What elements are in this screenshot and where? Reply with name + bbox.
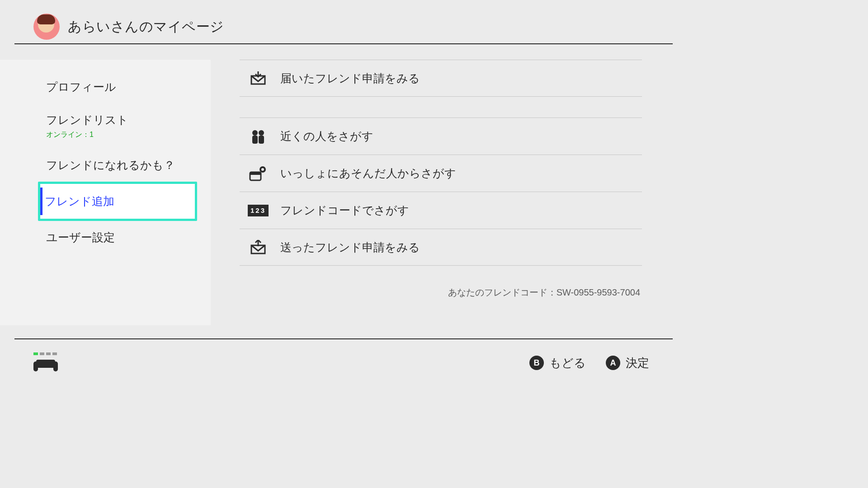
svg-rect-7 [250,172,261,175]
row-label: いっしょにあそんだ人からさがす [280,166,456,181]
row-received-requests[interactable]: 届いたフレンド申請をみる [240,60,642,97]
controller-status [33,352,58,373]
sidebar: プロフィール フレンドリスト オンライン：1 フレンドになれるかも？ フレンド追… [0,60,211,325]
friend-code-icon: 123 [248,205,269,216]
sidebar-item-sublabel: オンライン：1 [46,130,190,140]
played-with-icon [248,166,269,181]
sidebar-item-label: プロフィール [46,80,116,93]
svg-rect-3 [252,136,258,144]
sidebar-item-suggestions[interactable]: フレンドになれるかも？ [38,149,197,182]
sidebar-item-label: フレンド追加 [45,195,114,207]
group-received: 届いたフレンド申請をみる [240,60,642,97]
svg-rect-14 [53,361,58,371]
hint-label: もどる [549,355,586,371]
sidebar-item-label: フレンドになれるかも？ [46,159,175,171]
hint-ok: A 決定 [606,355,649,371]
row-sent-requests[interactable]: 送ったフレンド申請をみる [240,229,642,266]
sidebar-item-friend-list[interactable]: フレンドリスト オンライン：1 [38,103,197,149]
controller-battery-icon [33,352,57,355]
row-search-friend-code[interactable]: 123 フレンドコードでさがす [240,192,642,229]
outbox-icon [248,240,269,254]
people-icon [248,129,269,144]
row-search-local[interactable]: 近くの人をさがす [240,117,642,155]
hint-label: 決定 [626,355,649,371]
user-avatar [33,14,60,40]
svg-rect-13 [33,361,38,371]
row-search-played-with[interactable]: いっしょにあそんだ人からさがす [240,155,642,192]
friend-code-label: あなたのフレンドコード：SW-0955-9593-7004 [240,286,640,299]
b-button-icon: B [529,356,544,370]
sidebar-item-user-settings[interactable]: ユーザー設定 [38,221,197,254]
svg-rect-12 [36,360,55,368]
svg-rect-5 [259,136,264,144]
row-label: フレンドコードでさがす [280,203,409,218]
inbox-icon [248,71,269,85]
row-label: 届いたフレンド申請をみる [280,71,420,86]
sidebar-item-label: ユーザー設定 [46,231,115,244]
footer: B もどる A 決定 [14,338,673,386]
group-search: 近くの人をさがす いっしょにあそんだ人からさがす 123 フレンドコードでさがす [240,117,642,266]
main-panel: 届いたフレンド申請をみる 近くの人をさがす [240,60,642,299]
svg-point-2 [252,130,258,136]
sidebar-item-add-friend[interactable]: フレンド追加 [38,182,197,221]
row-label: 送ったフレンド申請をみる [280,240,420,255]
svg-point-9 [261,168,264,171]
svg-point-4 [259,130,264,136]
sidebar-item-label: フレンドリスト [46,113,128,126]
row-label: 近くの人をさがす [280,129,373,144]
header: あらいさんのマイページ [14,10,673,44]
page-title: あらいさんのマイページ [68,18,224,36]
hint-back: B もどる [529,355,586,371]
sidebar-item-profile[interactable]: プロフィール [38,70,197,103]
a-button-icon: A [606,356,620,370]
button-hints: B もどる A 決定 [529,355,649,371]
controller-icon [33,357,58,373]
